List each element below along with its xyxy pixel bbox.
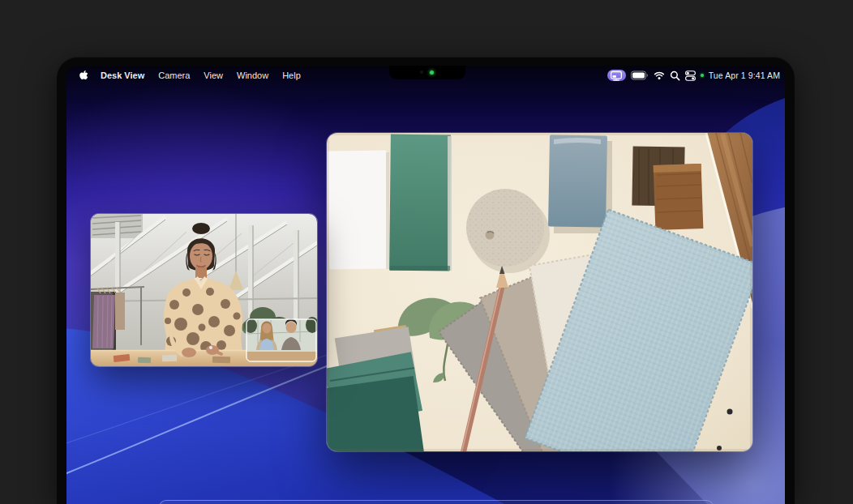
wifi-icon[interactable] bbox=[654, 70, 665, 80]
camera-in-use-indicator bbox=[701, 74, 704, 77]
control-center-icon[interactable] bbox=[685, 70, 696, 81]
menu-help[interactable]: Help bbox=[280, 69, 303, 82]
desk-view-feed bbox=[327, 133, 752, 451]
camera-active-light bbox=[430, 70, 434, 75]
macos-desktop: Desk View Camera View Window Help bbox=[66, 66, 785, 504]
search-icon[interactable] bbox=[670, 70, 680, 81]
menu-view[interactable]: View bbox=[201, 69, 225, 82]
brown-wood-sample bbox=[654, 164, 704, 230]
menu-desk-view[interactable]: Desk View bbox=[98, 69, 147, 82]
desk-view-indicator-pill[interactable] bbox=[607, 70, 626, 81]
menu-camera[interactable]: Camera bbox=[156, 69, 192, 82]
camera-lens bbox=[420, 70, 423, 74]
blue-gray-glazed-tile bbox=[548, 135, 612, 233]
menu-window[interactable]: Window bbox=[234, 69, 271, 82]
facetime-video-feed bbox=[91, 214, 317, 366]
peeking-window-top-edge[interactable] bbox=[159, 500, 714, 504]
screenshot-stage: Desk View Camera View Window Help bbox=[0, 0, 853, 504]
white-sample-card bbox=[328, 150, 389, 269]
battery-full-icon[interactable] bbox=[631, 70, 649, 80]
pip-tile[interactable] bbox=[244, 317, 317, 361]
camera-notch bbox=[389, 66, 465, 79]
desk-view-screen-icon bbox=[608, 69, 624, 83]
laptop-bezel: Desk View Camera View Window Help bbox=[57, 57, 795, 504]
stacked-teal-tiles bbox=[327, 325, 424, 451]
apple-logo-icon[interactable] bbox=[78, 70, 89, 82]
desk-view-window[interactable] bbox=[327, 133, 752, 451]
green-ceramic-tile bbox=[389, 135, 452, 271]
menu-bar-clock[interactable]: Tue Apr 1 9:41 AM bbox=[709, 70, 780, 80]
facetime-call-window[interactable] bbox=[91, 214, 317, 366]
fabric-snap bbox=[727, 409, 733, 415]
